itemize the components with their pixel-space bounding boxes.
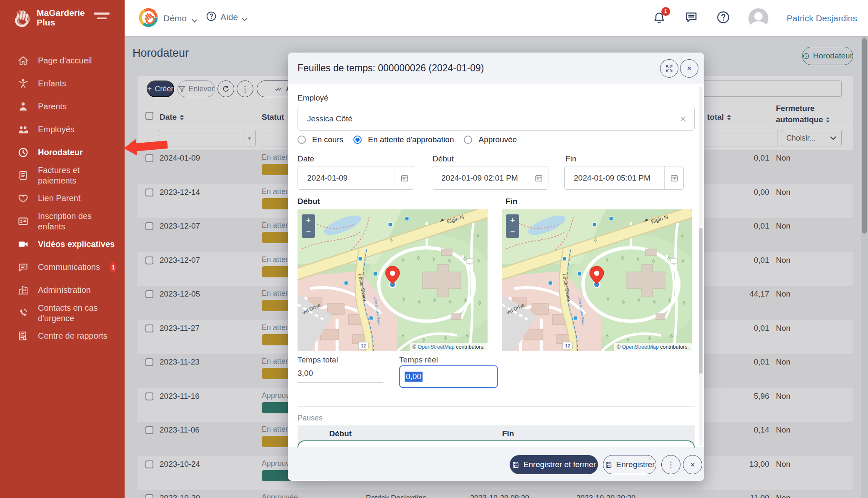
help-button[interactable]: [716, 10, 730, 26]
map-zoom-controls: + −: [302, 214, 315, 238]
employe-label: Employé: [298, 93, 328, 103]
org-name: Démo: [163, 13, 187, 23]
radio-approuvee[interactable]: Approuvée: [464, 135, 517, 144]
close-icon: ×: [687, 64, 691, 73]
date-input[interactable]: 2024-01-09: [298, 166, 414, 190]
openstreetmap-link[interactable]: OpenStreetMap: [418, 344, 454, 350]
close-icon: ×: [690, 460, 695, 470]
help-menu[interactable]: Aide: [206, 11, 248, 23]
temps-reel-input[interactable]: 0,00: [399, 365, 498, 388]
timesheet-modal: Feuilles de temps: 000000026 (2024-01-09…: [288, 53, 704, 481]
sidebar-item-parent[interactable]: Parents: [0, 95, 125, 118]
radio-en-cours[interactable]: En cours: [298, 135, 343, 144]
close-button[interactable]: ×: [683, 455, 702, 474]
temps-total-label: Temps total: [298, 355, 338, 365]
status-radio-group: En cours En attente d'approbation Approu…: [298, 135, 517, 144]
map-attribution: © OpenStreetMap contributors.: [410, 343, 488, 351]
sidebar-item-label: Contacts en cas d'urgence: [38, 303, 115, 324]
fin-input[interactable]: 2024-01-09 05:01 PM: [564, 166, 684, 190]
chevron-down-icon: [242, 15, 248, 19]
map-attribution: © OpenStreetMap contributors.: [614, 343, 692, 351]
sidebar-item-phone[interactable]: Contacts en cas d'urgence: [0, 302, 125, 324]
fin-label: Fin: [565, 154, 576, 163]
map-debut-label: Début: [298, 197, 320, 206]
sidebar-item-idcard[interactable]: Inscription des enfants: [0, 210, 125, 233]
menu-toggle-icon[interactable]: [94, 13, 110, 21]
selected-text: 0,00: [405, 372, 423, 382]
sidebar-item-chat[interactable]: Communications1: [0, 256, 125, 279]
topbar: Démo Aide 1 Patrick Desjardins: [125, 0, 868, 36]
pauses-label: Pauses: [298, 414, 323, 423]
notifications-button[interactable]: 1: [653, 11, 666, 26]
modal-scrollbar[interactable]: [699, 86, 703, 446]
scrollbar-thumb[interactable]: [699, 228, 703, 374]
idcard-icon: [18, 216, 29, 227]
save-and-close-button[interactable]: Enregistrer et fermer: [510, 455, 598, 474]
chat-icon: [18, 262, 29, 273]
building-icon: [18, 284, 29, 296]
radio-en-attente[interactable]: En attente d'approbation: [353, 135, 454, 144]
people-icon: [18, 124, 29, 135]
debut-label: Début: [433, 154, 454, 163]
user-name[interactable]: Patrick Desjardins: [787, 13, 857, 23]
sidebar-item-label: Page d'accueil: [38, 55, 92, 66]
map-zoom-out-button[interactable]: −: [506, 226, 519, 238]
sidebar-item-child[interactable]: Enfants: [0, 72, 125, 95]
temps-reel-label: Temps réel: [399, 355, 438, 365]
messages-button[interactable]: [684, 10, 698, 26]
map-zoom-in-button[interactable]: +: [506, 214, 519, 226]
calendar-icon[interactable]: [664, 166, 683, 189]
sidebar-item-people[interactable]: Employés: [0, 118, 125, 141]
debut-input[interactable]: 2024-01-09 02:01 PM: [432, 166, 548, 190]
communications-badge: 1: [110, 262, 116, 273]
sidebar-item-label: Lien Parent: [38, 193, 80, 204]
sidebar-item-building[interactable]: Administration: [0, 279, 125, 302]
expand-button[interactable]: [660, 59, 678, 78]
sidebar-item-heart[interactable]: Lien Parent: [0, 187, 125, 210]
more-options-button[interactable]: ⋮: [661, 455, 680, 474]
svg-text:12: 12: [361, 343, 366, 348]
clear-icon[interactable]: ×: [671, 107, 694, 130]
temps-total-value: 3,00: [298, 369, 383, 383]
brand-name: MaGarderie Plus: [37, 8, 85, 27]
save-icon: [512, 461, 520, 469]
calendar-icon[interactable]: [529, 166, 548, 189]
sidebar-item-label: Employés: [38, 124, 75, 135]
home-icon: [18, 55, 29, 66]
child-icon: [18, 78, 29, 89]
map-zoom-controls: + −: [506, 214, 519, 238]
sidebar-item-home[interactable]: Page d'accueil: [0, 49, 125, 72]
question-circle-icon: [716, 10, 730, 24]
map-debut[interactable]: Elgin N Leslie Street vid Drive Lake to …: [298, 209, 488, 351]
app-screen: MaGarderie Plus Page d'accueilEnfantsPar…: [0, 0, 868, 498]
help-circle-icon: [206, 11, 217, 23]
clock-icon: [18, 147, 29, 158]
notification-badge: 1: [661, 7, 670, 16]
sidebar-item-label: Parents: [38, 101, 67, 112]
sidebar-item-report[interactable]: Centre de rapports: [0, 324, 125, 347]
modal-close-button[interactable]: ×: [680, 59, 698, 78]
avatar[interactable]: [748, 8, 768, 28]
map-fin-label: Fin: [505, 197, 518, 206]
parent-icon: [18, 101, 29, 112]
expand-icon: [665, 64, 673, 73]
calendar-icon[interactable]: [395, 166, 414, 189]
map-zoom-in-button[interactable]: +: [302, 214, 315, 226]
sidebar-item-clock[interactable]: Horodateur: [0, 141, 125, 164]
openstreetmap-link[interactable]: OpenStreetMap: [622, 344, 658, 350]
org-selector[interactable]: Démo: [138, 8, 198, 29]
add-item-button[interactable]: + Ajouter un item: [298, 440, 695, 448]
modal-body: Employé Jessica Côté × En cours En atten…: [288, 84, 704, 448]
invoice-icon: [18, 170, 29, 181]
date-label: Date: [298, 154, 314, 163]
map-fin[interactable]: Elgin N Leslie Street vid Drive Lake to …: [502, 209, 692, 351]
video-icon: [18, 239, 29, 250]
map-zoom-out-button[interactable]: −: [302, 226, 315, 238]
sidebar-item-video[interactable]: Vidéos explicatives: [0, 233, 125, 256]
save-icon: [605, 461, 613, 469]
sidebar-item-invoice[interactable]: Factures et paiements: [0, 164, 125, 187]
employe-input[interactable]: Jessica Côté ×: [298, 107, 695, 131]
save-button[interactable]: Enregistrer: [603, 455, 656, 474]
sidebar-item-label: Factures et paiements: [38, 165, 115, 186]
chevron-down-icon: [192, 17, 198, 20]
